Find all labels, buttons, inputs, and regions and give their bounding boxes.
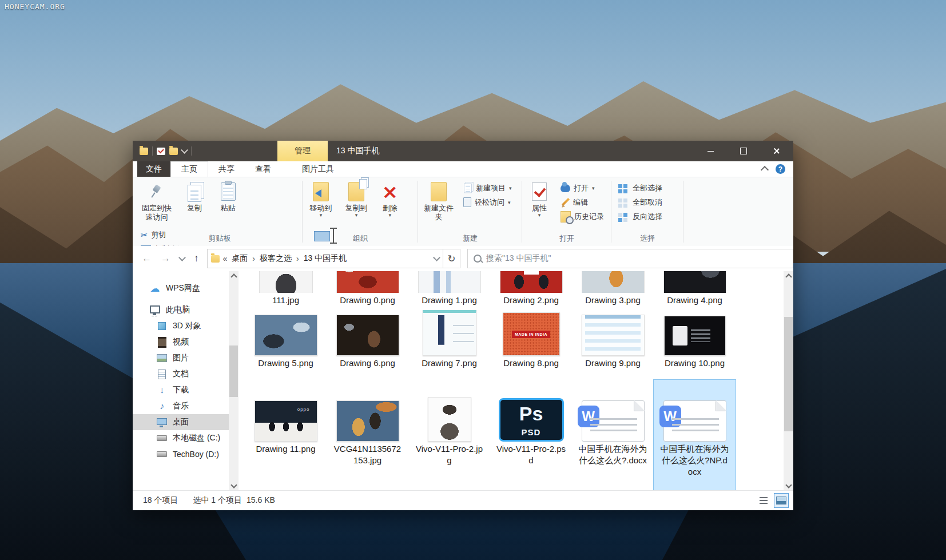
file-item[interactable]: Drawing 5.png (245, 313, 327, 376)
paste-button[interactable]: 粘贴 (213, 178, 243, 214)
back-button[interactable]: ← (142, 253, 152, 264)
file-item[interactable]: MADE IN INDIA Drawing 8.png (490, 313, 572, 376)
tab-picture-tools[interactable]: 图片工具 (292, 161, 344, 177)
sidebar-item-3d-objects[interactable]: 3D 对象 (133, 318, 229, 334)
edit-button[interactable]: 编辑 (557, 195, 607, 209)
up-button[interactable]: ↑ (194, 253, 199, 264)
file-item[interactable]: Drawing 4.png (654, 271, 736, 309)
sidebar-item-desktop[interactable]: 桌面 (133, 414, 229, 430)
new-folder-icon (431, 182, 447, 201)
breadcrumb-geekchoice[interactable]: 极客之选 (259, 253, 293, 264)
sidebar-item-pictures[interactable]: 图片 (133, 350, 229, 366)
close-button[interactable] (760, 141, 793, 161)
help-icon[interactable]: ? (776, 164, 785, 174)
qat-new-folder-icon[interactable] (169, 148, 178, 155)
titlebar[interactable]: 管理 13 中国手机 (133, 141, 793, 161)
file-item[interactable]: Ps PSD Vivo-V11-Pro-2.psd (490, 380, 572, 506)
open-button[interactable]: 打开 ▾ (557, 181, 607, 195)
thumbnails-view-button[interactable] (774, 493, 789, 508)
file-item[interactable]: Drawing 0.png (327, 271, 408, 309)
drive-icon (157, 435, 167, 441)
file-item[interactable]: Drawing 6.png (327, 313, 408, 376)
details-view-button[interactable] (757, 494, 770, 507)
file-item[interactable]: W 中国手机在海外为什么这么火?.docx (572, 380, 654, 506)
refresh-button[interactable]: ↻ (443, 249, 460, 268)
qat-folder-icon[interactable] (140, 148, 148, 155)
copy-button[interactable]: 复制 (179, 178, 210, 214)
new-item-button[interactable]: 新建项目 ▾ (460, 181, 515, 195)
recent-locations-chevron-icon[interactable] (178, 254, 186, 261)
file-item[interactable]: Vivo-V11-Pro-2.jpg (408, 380, 490, 506)
sidebar-item-downloads[interactable]: ↓ 下载 (133, 382, 229, 398)
sidebar-scrollbar[interactable] (229, 271, 239, 491)
file-item[interactable]: Drawing 9.png (572, 313, 654, 376)
qat-separator (191, 146, 192, 156)
scroll-up-icon[interactable] (784, 271, 793, 281)
manage-contextual-tab[interactable]: 管理 (277, 141, 328, 161)
forward-button[interactable]: → (161, 253, 170, 264)
file-item[interactable]: Drawing 1.png (408, 271, 490, 309)
properties-icon (532, 182, 547, 201)
qat-customize-chevron-icon[interactable] (181, 146, 188, 154)
minimize-button[interactable] (694, 141, 727, 161)
photoshop-file-icon: Ps PSD (499, 398, 564, 442)
ribbon-group-clipboard: 固定到快速访问 复制 粘贴 ✂ 剪切 W 复制 (137, 177, 302, 232)
file-item[interactable]: VCG41N1135672153.jpg (327, 380, 408, 506)
scroll-up-icon[interactable] (229, 271, 239, 281)
search-box[interactable]: 搜索"13 中国手机" (467, 249, 793, 268)
ribbon-group-new: 新建文件夹 新建项目 ▾ 轻松访问 ▾ 新建 (420, 177, 520, 232)
file-item[interactable]: Drawing 7.png (408, 313, 490, 376)
select-all-button[interactable]: 全部选择 (613, 181, 666, 195)
maximize-icon (740, 148, 747, 154)
scrollbar-thumb[interactable] (229, 345, 238, 397)
address-dropdown-chevron-icon[interactable] (433, 254, 440, 261)
delete-button[interactable]: × 删除 ▾ (376, 178, 404, 219)
scroll-down-icon[interactable] (229, 481, 239, 491)
new-folder-button[interactable]: 新建文件夹 (420, 178, 457, 223)
sidebar-item-documents[interactable]: 文档 (133, 366, 229, 382)
history-button[interactable]: 历史记录 (557, 209, 607, 224)
file-name: Drawing 6.png (340, 358, 395, 369)
file-name: Drawing 1.png (422, 295, 477, 306)
sidebar-item-videos[interactable]: 视频 (133, 334, 229, 350)
file-area-scrollbar[interactable] (784, 271, 793, 491)
tab-share[interactable]: 共享 (208, 161, 245, 177)
details-view-icon (760, 497, 768, 504)
sidebar-item-techboy-d[interactable]: TechBoy (D:) (133, 446, 229, 462)
window-title: 13 中国手机 (336, 141, 379, 161)
file-item[interactable]: 111.jpg (245, 271, 327, 309)
maximize-button[interactable] (727, 141, 760, 161)
easy-access-button[interactable]: 轻松访问 ▾ (460, 195, 515, 209)
scroll-down-icon[interactable] (784, 481, 793, 491)
select-none-button[interactable]: 全部取消 (613, 195, 666, 209)
file-item[interactable]: Drawing 2.png (490, 271, 572, 309)
invert-selection-button[interactable]: 反向选择 (613, 209, 666, 224)
caption-buttons (694, 141, 793, 161)
sidebar-item-music[interactable]: ♪ 音乐 (133, 398, 229, 414)
file-row-1: 111.jpg Drawing 0.png Drawing 1.png Draw… (245, 271, 784, 309)
file-item[interactable]: oppo Drawing 11.png (245, 380, 327, 506)
collapse-ribbon-icon[interactable] (761, 166, 769, 174)
move-to-button[interactable]: 移动到 ▾ (305, 178, 337, 219)
psd-format-label: PSD (522, 427, 541, 437)
file-item-selected[interactable]: W 中国手机在海外为什么这么火?NP.docx (654, 380, 736, 506)
cube-icon (158, 322, 166, 330)
scrollbar-thumb[interactable] (784, 317, 793, 431)
item-count: 18 个项目 (143, 495, 178, 506)
tab-home[interactable]: 主页 (170, 161, 208, 177)
properties-button[interactable]: 属性 ▾ (524, 178, 554, 219)
sidebar-item-wps-cloud[interactable]: ☁ WPS网盘 (133, 280, 229, 296)
tab-file[interactable]: 文件 (137, 161, 170, 177)
sidebar-item-this-pc[interactable]: 此电脑 (133, 302, 229, 318)
copy-to-button[interactable]: 复制到 ▾ (340, 178, 372, 219)
tab-view[interactable]: 查看 (245, 161, 281, 177)
qat-properties-icon[interactable] (157, 148, 165, 155)
sidebar-item-local-disk-c[interactable]: 本地磁盘 (C:) (133, 430, 229, 446)
address-folder-icon (211, 255, 220, 263)
file-item[interactable]: Drawing 3.png (572, 271, 654, 309)
file-item[interactable]: Drawing 10.png (654, 313, 736, 376)
address-box[interactable]: « 桌面 › 极客之选 › 13 中国手机 (207, 249, 443, 268)
breadcrumb-current-folder[interactable]: 13 中国手机 (303, 253, 348, 264)
breadcrumb-desktop[interactable]: 桌面 (230, 253, 249, 264)
pin-to-quick-access-button[interactable]: 固定到快速访问 (138, 178, 176, 223)
